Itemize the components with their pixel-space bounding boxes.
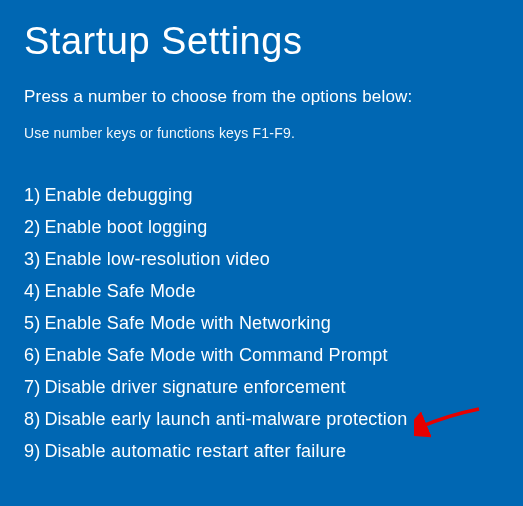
option-label: Disable driver signature enforcement — [44, 377, 345, 398]
option-label: Enable Safe Mode with Command Prompt — [44, 345, 387, 366]
option-item-2[interactable]: 2) Enable boot logging — [24, 217, 499, 238]
option-item-7[interactable]: 7) Disable driver signature enforcement — [24, 377, 499, 398]
option-label: Enable low-resolution video — [44, 249, 270, 270]
option-item-8[interactable]: 8) Disable early launch anti-malware pro… — [24, 409, 499, 430]
option-number: 8) — [24, 409, 40, 430]
option-number: 6) — [24, 345, 40, 366]
option-number: 9) — [24, 441, 40, 462]
option-label: Disable automatic restart after failure — [44, 441, 346, 462]
option-label: Enable debugging — [44, 185, 192, 206]
option-number: 1) — [24, 185, 40, 206]
hint-text: Use number keys or functions keys F1-F9. — [24, 125, 499, 141]
option-label: Enable Safe Mode with Networking — [44, 313, 331, 334]
option-number: 7) — [24, 377, 40, 398]
option-item-6[interactable]: 6) Enable Safe Mode with Command Prompt — [24, 345, 499, 366]
option-number: 4) — [24, 281, 40, 302]
page-title: Startup Settings — [24, 20, 499, 63]
option-item-4[interactable]: 4) Enable Safe Mode — [24, 281, 499, 302]
option-item-5[interactable]: 5) Enable Safe Mode with Networking — [24, 313, 499, 334]
option-number: 2) — [24, 217, 40, 238]
option-item-3[interactable]: 3) Enable low-resolution video — [24, 249, 499, 270]
option-item-1[interactable]: 1) Enable debugging — [24, 185, 499, 206]
option-item-9[interactable]: 9) Disable automatic restart after failu… — [24, 441, 499, 462]
option-number: 5) — [24, 313, 40, 334]
option-label: Disable early launch anti-malware protec… — [44, 409, 407, 430]
options-list: 1) Enable debugging 2) Enable boot loggi… — [24, 185, 499, 462]
option-number: 3) — [24, 249, 40, 270]
option-label: Enable Safe Mode — [44, 281, 195, 302]
subtitle-text: Press a number to choose from the option… — [24, 87, 499, 107]
option-label: Enable boot logging — [44, 217, 207, 238]
